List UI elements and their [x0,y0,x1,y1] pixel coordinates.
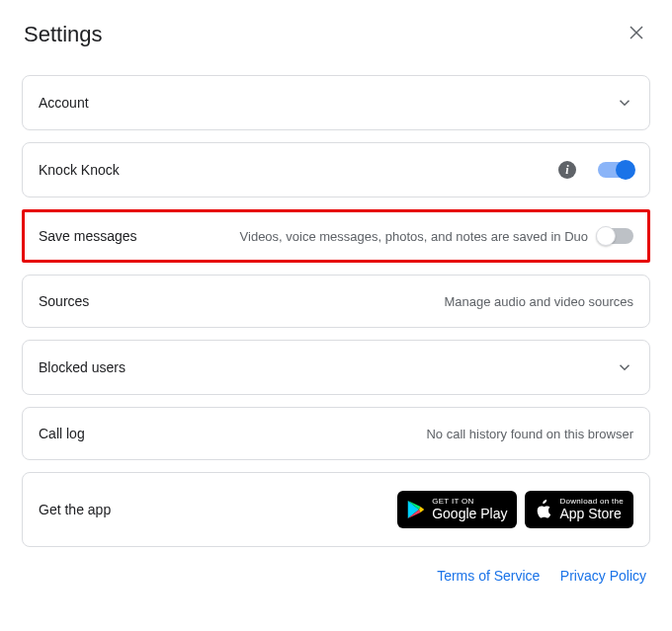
blocked-users-label: Blocked users [39,359,126,375]
knock-knock-label: Knock Knock [39,162,120,178]
close-icon [628,24,645,45]
settings-header: Settings [22,22,650,47]
page-title: Settings [24,22,103,47]
sources-row[interactable]: Sources Manage audio and video sources [22,275,650,328]
google-play-icon [407,500,425,519]
app-store-button[interactable]: Download on the App Store [525,491,633,528]
close-button[interactable] [625,23,648,46]
chevron-down-icon [616,358,633,376]
terms-link[interactable]: Terms of Service [437,568,540,584]
get-the-app-label: Get the app [39,502,111,517]
privacy-link[interactable]: Privacy Policy [560,568,646,584]
save-messages-label: Save messages [39,228,137,244]
google-play-button[interactable]: GET IT ON Google Play [397,491,517,528]
get-the-app-row: Get the app GET IT ON Google Play [22,472,650,547]
sources-desc: Manage audio and video sources [444,294,633,309]
save-messages-toggle[interactable] [598,228,633,244]
save-messages-row: Save messages Videos, voice messages, ph… [22,209,650,263]
chevron-down-icon [616,94,633,112]
apple-icon [535,500,552,519]
toggle-knob [616,160,635,180]
call-log-label: Call log [39,426,85,441]
footer-links: Terms of Service Privacy Policy [22,559,650,585]
knock-knock-toggle[interactable] [598,162,633,178]
knock-knock-row: Knock Knock i [22,142,650,197]
call-log-row: Call log No call history found on this b… [22,407,650,460]
toggle-knob [596,226,616,246]
account-label: Account [39,95,89,111]
call-log-desc: No call history found on this browser [426,427,633,441]
save-messages-desc: Videos, voice messages, photos, and note… [137,229,598,244]
info-icon[interactable]: i [558,161,576,179]
google-bottom-text: Google Play [432,507,507,521]
apple-bottom-text: App Store [559,507,624,521]
sources-label: Sources [39,293,89,309]
account-row[interactable]: Account [22,75,650,130]
blocked-users-row[interactable]: Blocked users [22,340,650,395]
